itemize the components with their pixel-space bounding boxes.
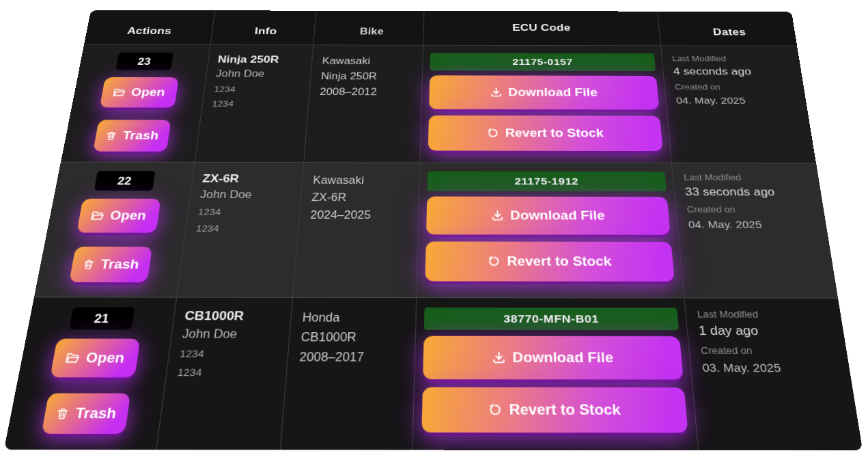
trash-button-label: Trash	[74, 405, 117, 422]
revert-button-label: Revert to Stock	[507, 253, 612, 269]
open-button[interactable]: Open	[50, 339, 140, 378]
bike-years: 2008–2012	[319, 84, 417, 100]
revert-button-label: Revert to Stock	[505, 126, 604, 140]
actions-cell: 21 Open Trash	[4, 297, 177, 450]
trash-button[interactable]: Trash	[93, 120, 171, 151]
ecu-code-badge: 21175-0157	[430, 53, 656, 71]
table-row: 22 Open Trash ZX-6R John Doe 1234 1234 K…	[34, 162, 838, 298]
created-on-value: 04. May. 2025	[688, 218, 821, 231]
download-button-label: Download File	[512, 349, 614, 366]
download-file-button[interactable]: Download File	[423, 336, 683, 380]
last-modified-value: 33 seconds ago	[684, 185, 815, 200]
column-header-info: Info	[211, 10, 317, 44]
ecu-code-badge: 21175-1912	[427, 172, 666, 191]
ecu-code-badge: 38770-MFN-B01	[424, 307, 679, 330]
dates-cell: Last Modified 33 seconds ago Created on …	[672, 163, 838, 298]
folder-open-icon	[90, 210, 105, 221]
info-number: 1234	[197, 207, 295, 217]
info-number: 1234	[177, 366, 282, 378]
column-header-bike: Bike	[313, 11, 424, 45]
info-cell: CB1000R John Doe 1234 1234	[156, 298, 293, 450]
owner-name: John Doe	[199, 189, 296, 201]
created-on-value: 04. May. 2025	[675, 94, 801, 106]
owner-name: John Doe	[215, 68, 307, 79]
download-icon	[490, 87, 503, 98]
trash-button-label: Trash	[122, 128, 160, 142]
folder-open-icon	[65, 351, 81, 364]
bike-cell: Kawasaki ZX-6R 2024–2025	[293, 163, 420, 297]
last-modified-value: 4 seconds ago	[673, 65, 796, 78]
created-on-label: Created on	[674, 83, 798, 92]
tune-name: CB1000R	[184, 308, 287, 324]
table-row: 21 Open Trash CB1000R John Doe 1234 1234…	[4, 297, 863, 450]
download-button-label: Download File	[510, 208, 605, 223]
trash-icon	[55, 407, 70, 420]
bike-cell: Kawasaki Ninja 250R 2008–2012	[304, 45, 423, 162]
column-header-actions: Actions	[84, 10, 215, 44]
revert-counterclockwise-icon	[486, 127, 499, 139]
actions-cell: 22 Open Trash	[34, 163, 195, 297]
trash-icon	[81, 258, 96, 271]
column-header-dates: Dates	[658, 12, 797, 46]
table-row: 23 Open Trash Ninja 250R John Doe 1234 1…	[61, 45, 816, 163]
tune-name: ZX-6R	[201, 172, 298, 185]
row-id-badge: 22	[94, 171, 155, 191]
bike-model: Ninja 250R	[320, 69, 418, 85]
created-on-value: 03. May. 2025	[701, 360, 843, 375]
table-header-row: Actions Info Bike ECU Code Dates	[84, 10, 797, 46]
row-id-badge: 23	[115, 53, 173, 70]
revert-to-stock-button[interactable]: Revert to Stock	[428, 115, 663, 151]
info-cell: ZX-6R John Doe 1234 1234	[177, 163, 304, 297]
trash-button[interactable]: Trash	[69, 247, 152, 282]
open-button[interactable]: Open	[99, 77, 178, 107]
tune-name: Ninja 250R	[217, 53, 308, 66]
download-file-button[interactable]: Download File	[426, 197, 671, 235]
open-button-label: Open	[85, 349, 126, 366]
owner-name: John Doe	[182, 327, 285, 341]
download-icon	[490, 209, 504, 221]
trash-button-label: Trash	[100, 256, 141, 272]
last-modified-value: 1 day ago	[698, 323, 838, 338]
open-button-label: Open	[130, 85, 165, 99]
bike-cell: Honda CB1000R 2008–2017	[281, 298, 417, 450]
info-number: 1234	[214, 85, 306, 94]
bike-years: 2008–2017	[298, 347, 410, 368]
info-cell: Ninja 250R John Doe 1234 1234	[195, 45, 314, 162]
created-on-label: Created on	[686, 204, 818, 215]
ecu-cell: 21175-0157 Download File Revert to Stock	[421, 46, 672, 163]
open-button-label: Open	[109, 208, 148, 223]
dates-cell: Last Modified 1 day ago Created on 03. M…	[685, 299, 863, 450]
revert-counterclockwise-icon	[488, 402, 503, 417]
bike-make: Kawasaki	[322, 53, 419, 69]
revert-to-stock-button[interactable]: Revert to Stock	[425, 241, 674, 282]
column-header-ecu-code: ECU Code	[423, 11, 661, 45]
info-number: 1234	[212, 99, 305, 109]
bike-model: ZX-6R	[311, 189, 415, 207]
last-modified-label: Last Modified	[697, 309, 835, 321]
dates-cell: Last Modified 4 seconds ago Created on 0…	[661, 46, 816, 163]
last-modified-label: Last Modified	[671, 54, 794, 64]
info-number: 1234	[195, 223, 294, 234]
download-file-button[interactable]: Download File	[429, 75, 659, 109]
row-id-badge: 21	[69, 307, 135, 330]
revert-button-label: Revert to Stock	[509, 401, 621, 419]
download-button-label: Download File	[508, 85, 598, 99]
revert-to-stock-button[interactable]: Revert to Stock	[421, 387, 688, 433]
ecu-cell: 38770-MFN-B01 Download File Revert to St…	[412, 298, 699, 450]
trash-button[interactable]: Trash	[41, 393, 130, 434]
last-modified-label: Last Modified	[683, 172, 813, 183]
open-button[interactable]: Open	[76, 199, 160, 233]
bike-make: Kawasaki	[312, 172, 415, 189]
created-on-label: Created on	[700, 344, 841, 357]
download-icon	[492, 351, 506, 364]
actions-cell: 23 Open Trash	[61, 45, 210, 162]
ecu-cell: 21175-1912 Download File Revert to Stock	[417, 163, 684, 297]
info-number: 1234	[179, 348, 283, 359]
bike-make: Honda	[302, 308, 411, 328]
revert-counterclockwise-icon	[487, 255, 501, 268]
bike-years: 2024–2025	[309, 206, 414, 224]
ecu-files-table: Actions Info Bike ECU Code Dates 23 Open…	[4, 10, 863, 450]
bike-model: CB1000R	[300, 327, 411, 347]
folder-open-icon	[113, 87, 126, 97]
trash-icon	[104, 131, 118, 141]
